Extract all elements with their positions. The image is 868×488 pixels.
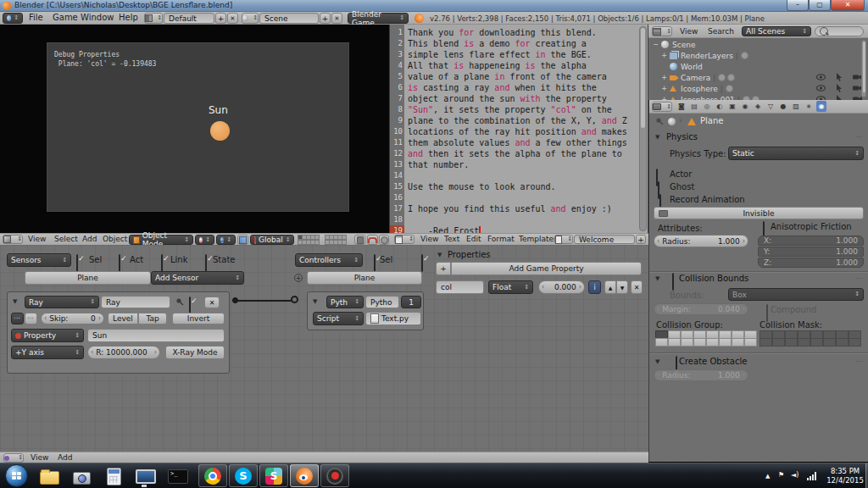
text-line[interactable]: "Sun", it sets the property "col" on the: [408, 104, 638, 115]
menu-edit[interactable]: Edit: [466, 235, 481, 243]
tab-object-data[interactable]: ▽: [765, 101, 776, 112]
mode-dropdown[interactable]: Object Mode ↕: [129, 235, 193, 245]
text-line[interactable]: and then it sets the alpha of the plane …: [408, 148, 638, 159]
start-button[interactable]: [5, 464, 28, 487]
panel-collapse-icon[interactable]: ▼: [655, 359, 659, 365]
text-line[interactable]: Use the mouse to look around.: [408, 181, 638, 192]
text-line[interactable]: plane to the combination of the X, Y, an…: [408, 115, 638, 126]
property-type-dropdown[interactable]: Property ↕: [11, 329, 84, 342]
delete-layout-button[interactable]: ✕: [227, 13, 238, 24]
collision-group-cell[interactable]: [719, 338, 732, 347]
text-line[interactable]: that number.: [408, 159, 638, 170]
collapse-icon[interactable]: ▼: [437, 252, 442, 258]
invert-button[interactable]: Invert: [172, 313, 225, 324]
collision-group-cell[interactable]: [732, 338, 744, 347]
controllers-filter-dropdown[interactable]: Controllers ↕: [295, 253, 363, 267]
collision-mask-cell[interactable]: [836, 338, 849, 347]
orientation-dropdown[interactable]: Global ↕: [250, 235, 294, 245]
lock-to-scene-toggle[interactable]: [354, 235, 365, 245]
menu-add[interactable]: Add: [82, 235, 97, 243]
collision-mask-cell[interactable]: [785, 338, 798, 347]
collision-mask-grid[interactable]: [760, 331, 862, 347]
panel-collapse-icon[interactable]: ▼: [655, 135, 659, 141]
collision-mask-cell[interactable]: [760, 338, 772, 347]
outliner-row[interactable]: +Icosphere|: [660, 83, 868, 94]
tap-button[interactable]: Tap: [138, 313, 167, 324]
menu-add[interactable]: Add: [58, 453, 72, 462]
controllers-sel-checkbox[interactable]: [374, 254, 376, 272]
text-editor[interactable]: 12345678910111213141516171819 Thank you …: [390, 25, 648, 233]
outliner-item-label[interactable]: RenderLayers: [681, 52, 733, 60]
manipulator-toggle[interactable]: [237, 235, 248, 245]
bounds-dropdown[interactable]: Box ↕: [728, 288, 864, 301]
menu-view[interactable]: View: [420, 235, 438, 243]
taskbar-app-windows-explorer[interactable]: [37, 466, 61, 486]
collision-mask-cell[interactable]: [849, 338, 861, 347]
physics-panel-title[interactable]: Physics: [666, 132, 698, 141]
add-scene-button[interactable]: +: [320, 13, 331, 24]
outliner-row[interactable]: +Icosphere.001|: [660, 94, 868, 100]
collision-group-cell[interactable]: [655, 338, 668, 347]
collapse-icon[interactable]: ▼: [313, 299, 317, 305]
properties-editor[interactable]: ↕ ◙▤◎◐▣◉◈▽●▨∗◉ › Plane ▼ Physics — Physi…: [648, 100, 868, 462]
collision-group-cell[interactable]: [744, 338, 757, 347]
minimize-button[interactable]: –: [787, 0, 809, 11]
menu-search[interactable]: Search: [708, 27, 734, 36]
margin-slider[interactable]: ‹ Margin: 0.040 ›: [654, 303, 748, 315]
collision-mask-cell[interactable]: [823, 338, 836, 347]
text-line[interactable]: Thank you for downloading this blend.: [408, 27, 638, 38]
delete-sensor-button[interactable]: ✕: [204, 297, 220, 308]
window-titlebar[interactable]: Blender [C:\Users\Nicholas\Desktop\BGE L…: [0, 0, 868, 12]
layout-icon-button[interactable]: ↕: [144, 13, 163, 24]
snap-toggle[interactable]: [367, 235, 378, 245]
level-button[interactable]: Level: [108, 313, 138, 324]
tab-render-layers[interactable]: ▤: [689, 101, 699, 112]
menu-format[interactable]: Format: [487, 235, 515, 243]
maximize-button[interactable]: ▢: [809, 0, 831, 11]
taskbar-app-chrome[interactable]: [198, 464, 227, 487]
expander-icon[interactable]: +: [660, 52, 668, 59]
scrollbar-thumb[interactable]: [863, 42, 865, 92]
menu-templates[interactable]: Templates: [519, 235, 558, 243]
layout-name-field[interactable]: Default: [164, 13, 214, 24]
text-line[interactable]: [408, 214, 638, 225]
compound-checkbox[interactable]: [766, 304, 768, 322]
selectability-cursor-icon[interactable]: [836, 73, 843, 83]
collision-group-cell[interactable]: [668, 338, 681, 347]
pin-icon[interactable]: [655, 117, 664, 125]
text-datablock-icon-button[interactable]: ↕: [554, 235, 573, 244]
game-property-type-dropdown[interactable]: Float ↕: [488, 280, 533, 294]
expander-icon[interactable]: +: [660, 74, 668, 81]
controller-type-dropdown[interactable]: Pyth ↕: [326, 296, 364, 308]
taskbar-clock[interactable]: 8:35 PM 12/4/2015: [824, 467, 866, 485]
show-hidden-icons-button[interactable]: ▲: [765, 473, 770, 480]
physics-type-dropdown[interactable]: Static ↕: [728, 147, 864, 160]
scrollbar-thumb[interactable]: [641, 28, 645, 128]
radius-slider[interactable]: ‹ Radius: 1.000 ›: [654, 235, 748, 247]
taskbar-app-slack[interactable]: S: [259, 464, 288, 487]
outliner-scrollbar[interactable]: [861, 40, 866, 97]
display-filter-dropdown[interactable]: All Scenes ↕: [742, 26, 811, 36]
taskbar-app-image-viewer[interactable]: [70, 466, 93, 486]
text-line[interactable]: is casting a ray and when it hits the: [408, 82, 638, 93]
menu-game[interactable]: Game: [53, 13, 78, 22]
menu-text[interactable]: Text: [444, 235, 459, 243]
expander-icon[interactable]: −: [652, 41, 659, 48]
collision-bounds-title[interactable]: Collision Bounds: [679, 274, 748, 283]
tab-material[interactable]: ●: [778, 101, 788, 112]
tab-world[interactable]: ◐: [715, 101, 725, 112]
menu-view[interactable]: View: [28, 235, 46, 243]
menu-window[interactable]: Window: [81, 13, 114, 22]
search-input[interactable]: [815, 26, 864, 36]
taskbar-app-calculator[interactable]: [102, 466, 125, 486]
collision-mask-cell[interactable]: [772, 338, 785, 347]
taskbar-app-computer[interactable]: [134, 466, 158, 486]
collision-mask-cell[interactable]: [810, 338, 823, 347]
layers-grid-1[interactable]: [298, 235, 320, 245]
panel-collapse-icon[interactable]: ▼: [655, 276, 659, 282]
sensors-act-checkbox[interactable]: [119, 254, 120, 272]
text-line[interactable]: [408, 170, 638, 181]
scene-name-field[interactable]: Scene: [259, 13, 319, 24]
taskbar-app-blender[interactable]: [290, 464, 319, 487]
render-opengl-button[interactable]: [379, 235, 389, 245]
